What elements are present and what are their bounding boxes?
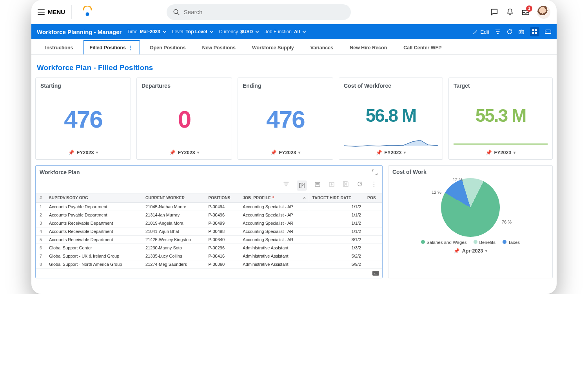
pencil-icon [473, 29, 478, 34]
pie-legend: Salaries and Wages Benefits Taxes [421, 240, 520, 245]
pie-slice-label: 12 % [453, 177, 463, 182]
card-period[interactable]: 📌FY2023▾ [243, 150, 328, 155]
export-icon[interactable] [314, 180, 321, 188]
tab-filled-positions[interactable]: Filled Positions⋮ [83, 40, 140, 54]
tab-workforce-supply[interactable]: Workforce Supply [245, 41, 301, 54]
sort-asc-icon [303, 197, 306, 200]
chevron-down-icon: ▾ [298, 150, 300, 155]
card-ending: Ending 476 📌FY2023▾ [238, 78, 333, 160]
panel-title: Workforce Plan [40, 169, 80, 175]
tab-new-positions[interactable]: New Positions [196, 41, 242, 54]
svg-line-2 [177, 13, 179, 15]
content: Workforce Plan - Filled Positions Starti… [31, 55, 557, 294]
svg-rect-13 [299, 183, 301, 188]
pie-slice-label: 12 % [432, 190, 441, 195]
table-row[interactable]: 8Global Support - North America Group212… [36, 260, 382, 269]
table-row[interactable]: 2Accounts Payable Department21314-Ian Mu… [36, 211, 382, 219]
filter-icon[interactable] [495, 29, 501, 35]
chevron-down-icon [302, 30, 306, 34]
table-row[interactable]: 4Accounts Receivable Department21041-Arj… [36, 227, 382, 236]
chevron-down-icon [163, 30, 167, 34]
card-period[interactable]: 📌FY2023▾ [142, 150, 227, 155]
svg-point-4 [521, 31, 523, 33]
reload-icon[interactable] [356, 180, 363, 188]
pin-icon: 📌 [169, 150, 176, 155]
panel-toolbar: ⋮ [36, 179, 382, 193]
card-period[interactable]: 📌FY2023▾ [454, 150, 548, 155]
kpi-value: 476 [243, 89, 328, 150]
inbox-badge: 1 [526, 5, 532, 12]
svg-rect-6 [535, 29, 537, 31]
tab-new-hire-recon[interactable]: New Hire Recon [343, 41, 394, 54]
card-starting: Starting 476 📌FY2023▾ [35, 78, 131, 160]
kpi-value: 0 [142, 89, 227, 150]
workday-logo[interactable] [81, 6, 94, 18]
filter-time[interactable]: Time Mar-2023 [127, 29, 166, 34]
top-icons: 1 [490, 5, 550, 19]
svg-point-10 [546, 31, 546, 32]
legend-item: Benefits [474, 240, 495, 245]
expand-icon[interactable] [371, 169, 378, 176]
chevron-down-icon [255, 30, 259, 34]
svg-rect-5 [532, 29, 534, 31]
card-departures: Departures 0 📌FY2023▾ [136, 78, 232, 160]
card-period[interactable]: 📌FY2023▾ [40, 150, 126, 155]
table-row[interactable]: 7Global Support - UK & Ireland Group2130… [36, 252, 382, 260]
chevron-down-icon: ▾ [485, 249, 487, 253]
workforce-table[interactable]: # SUPERVISORY ORG CURRENT WORKER POSITIO… [36, 193, 382, 269]
chevron-down-icon: ▾ [514, 150, 515, 155]
chevron-down-icon [210, 30, 214, 34]
table-header: # SUPERVISORY ORG CURRENT WORKER POSITIO… [36, 193, 382, 203]
search-input[interactable] [184, 9, 345, 15]
kpi-value: 56.8 M [344, 89, 438, 142]
search-icon [173, 9, 180, 16]
bell-icon[interactable] [506, 8, 514, 16]
download-icon[interactable] [328, 180, 335, 188]
filter-level[interactable]: Level Top Level [172, 29, 214, 34]
filter-job-function[interactable]: Job Function All [265, 29, 306, 34]
panel-title: Cost of Work [392, 169, 426, 175]
tab-more-icon[interactable]: ⋮ [128, 45, 133, 51]
tab-call-center-wfp[interactable]: Call Center WFP [397, 41, 448, 54]
more-icon[interactable]: ⋮ [370, 180, 377, 188]
table-row[interactable]: 6Global Support Center21230-Manny SotoP-… [36, 244, 382, 252]
chat-icon[interactable] [490, 8, 499, 16]
camera-icon[interactable] [518, 29, 524, 35]
tab-open-positions[interactable]: Open Positions [143, 41, 192, 54]
avatar[interactable] [537, 5, 550, 19]
filter-rows-icon[interactable] [283, 180, 290, 188]
divider [71, 5, 72, 19]
pin-icon: 📌 [68, 150, 74, 155]
legend-item: Taxes [503, 240, 520, 245]
pie-slice-label: 76 % [502, 220, 512, 224]
card-period[interactable]: 📌FY2023▾ [344, 150, 438, 155]
kpi-value: 476 [40, 89, 126, 150]
tab-instructions[interactable]: Instructions [38, 41, 80, 54]
legend-item: Salaries and Wages [421, 240, 467, 245]
tab-variances[interactable]: Variances [304, 41, 340, 54]
grid-view-icon[interactable] [530, 27, 539, 36]
refresh-icon[interactable] [506, 29, 513, 35]
pin-icon: 📌 [454, 248, 460, 254]
filter-bar: Workforce Planning - Manager Time Mar-20… [31, 24, 557, 39]
chevron-down-icon: ▾ [96, 150, 98, 155]
svg-rect-7 [532, 32, 534, 34]
sparkline [344, 138, 438, 150]
table-row[interactable]: 1Accounts Payable Department21045-Nathan… [36, 203, 382, 211]
pie-chart [441, 178, 500, 237]
pie-period[interactable]: 📌Apr-2023▾ [454, 248, 488, 254]
present-icon[interactable] [545, 29, 551, 35]
svg-point-0 [86, 12, 89, 16]
table-row[interactable]: 3Accounts Receivable Department21019-Ang… [36, 219, 382, 227]
save-icon[interactable] [342, 180, 349, 188]
edit-button[interactable]: Edit [473, 29, 489, 35]
filter-currency[interactable]: Currency $USD [219, 29, 260, 34]
inbox-icon[interactable]: 1 [521, 8, 530, 16]
cost-of-work-panel: Cost of Work 12 % 12 % 76 % Salaries and… [388, 165, 553, 278]
table-row[interactable]: 5Accounts Receivable Department21425-Wes… [36, 236, 382, 244]
menu-button[interactable]: MENU [38, 9, 65, 15]
column-select-icon[interactable] [297, 180, 307, 191]
card-target: Target 55.3 M 📌FY2023▾ [448, 78, 553, 160]
global-search[interactable] [167, 4, 351, 20]
topbar: MENU 1 [31, 0, 557, 24]
